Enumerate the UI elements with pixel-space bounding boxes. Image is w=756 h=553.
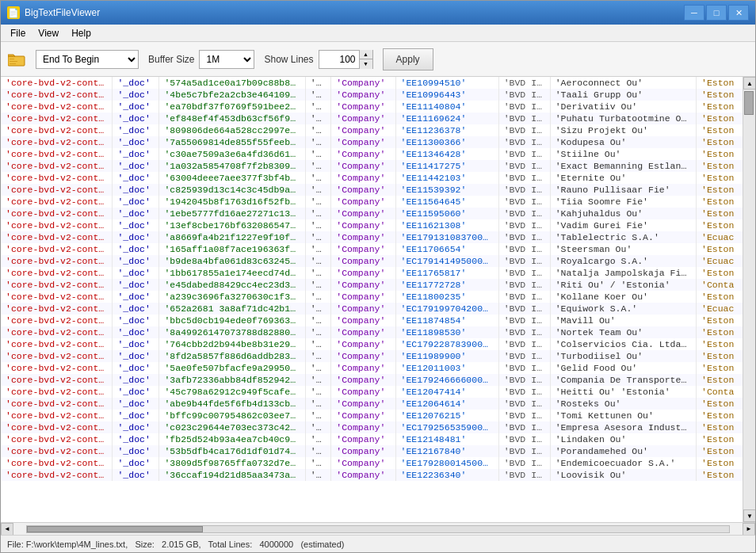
- table-cell: 'EE11539392': [395, 184, 498, 196]
- table-cell: 'BVD ID': [498, 136, 550, 148]
- show-lines-spinner: 100 ▲ ▼: [319, 50, 373, 69]
- table-cell: '_doc': [113, 421, 159, 433]
- table-cell: '1': [305, 315, 331, 326]
- table-cell: 'core-bvd-v2-contactinfo': [1, 124, 113, 136]
- scroll-track[interactable]: [743, 90, 755, 509]
- table-cell: '_doc': [113, 231, 159, 243]
- table-cell: 'a239c3696fa3270630c1f39f8c01dd9e': [159, 291, 305, 303]
- table-row: 'core-bvd-v2-contactinfo''_doc''1ebe5777…: [1, 208, 743, 219]
- spin-down-button[interactable]: ▼: [360, 59, 372, 69]
- table-cell: 'core-bvd-v2-contactinfo': [1, 457, 113, 469]
- table-cell: 'BVD ID': [498, 267, 550, 279]
- scroll-left-arrow[interactable]: ◄: [1, 523, 13, 536]
- table-cell: '7a55069814de855f55feebd2cda1ccd4': [159, 136, 305, 148]
- table-cell: 'Eston: [696, 350, 743, 362]
- table-cell: '1': [305, 457, 331, 469]
- maximize-button[interactable]: □: [706, 5, 727, 21]
- table-cell: 'Rauno Pullisaar Fie': [550, 184, 696, 196]
- table-cell: 'Equiwork S.A.': [550, 303, 696, 315]
- horizontal-scrollbar: ◄ ►: [1, 522, 755, 535]
- table-cell: 'core-bvd-v2-contactinfo': [1, 362, 113, 374]
- show-lines-input[interactable]: 100: [319, 51, 359, 68]
- table-cell: 'Eston: [696, 291, 743, 303]
- table-cell: 'Kodupesa Ou': [550, 136, 696, 148]
- scroll-up-arrow[interactable]: ▲: [743, 77, 755, 90]
- table-cell: 'Company': [331, 219, 395, 231]
- table-cell: '1': [305, 231, 331, 243]
- table-cell: 'Ecuac: [696, 255, 743, 267]
- open-file-icon[interactable]: [7, 51, 26, 67]
- table-cell: 'bbc5d0cb194ede0f7693638d5b8f7a92': [159, 315, 305, 326]
- table-cell: 'EE11898530': [395, 326, 498, 338]
- lines-value: 4000000: [259, 540, 293, 549]
- table-cell: 'BVD ID': [498, 469, 550, 481]
- menu-help[interactable]: Help: [65, 25, 97, 41]
- scroll-thumb[interactable]: [744, 91, 754, 115]
- close-button[interactable]: ✕: [728, 5, 749, 21]
- table-cell: 'core-bvd-v2-contactinfo': [1, 421, 113, 433]
- table-cell: '_doc': [113, 445, 159, 457]
- buffer-size-select[interactable]: 1M 2M 4M 8M 16M: [199, 50, 254, 69]
- table-cell: 'Company': [331, 457, 395, 469]
- table-cell: '63004deee7aee377f3bf4b1d28257b30': [159, 172, 305, 184]
- table-cell: 'core-bvd-v2-contactinfo': [1, 445, 113, 457]
- title-bar: 📄 BigTextFileViewer ─ □ ✕: [1, 1, 755, 25]
- table-cell: 'c30ae7509a3e6a4fd36d615f71ca4942': [159, 148, 305, 160]
- table-row: 'core-bvd-v2-contactinfo''_doc''ea70bdf3…: [1, 101, 743, 113]
- table-cell: 'BVD ID': [498, 291, 550, 303]
- table-cell: 'Eston: [696, 469, 743, 481]
- h-scroll-track[interactable]: [26, 525, 730, 533]
- vertical-scrollbar[interactable]: ▲ ▼: [743, 77, 755, 522]
- table-cell: 'Company': [331, 136, 395, 148]
- table-cell: 'core-bvd-v2-contactinfo': [1, 208, 113, 219]
- scroll-right-arrow[interactable]: ►: [743, 523, 755, 536]
- table-cell: '574a5ad1ce0a17b09c88b8eb5fcf0898': [159, 77, 305, 89]
- table-cell: 'BVD ID': [498, 113, 550, 124]
- table-cell: 'core-bvd-v2-contactinfo': [1, 219, 113, 231]
- table-cell: 'core-bvd-v2-contactinfo': [1, 338, 113, 350]
- h-scroll-thumb[interactable]: [27, 526, 203, 532]
- table-cell: '1': [305, 184, 331, 196]
- table-cell: 'BVD ID': [498, 196, 550, 208]
- table-cell: 'Eston: [696, 172, 743, 184]
- table-cell: 'BVD ID': [498, 208, 550, 219]
- scroll-down-arrow[interactable]: ▼: [743, 509, 755, 522]
- table-cell: 'BVD ID': [498, 243, 550, 255]
- table-cell: 'Eston: [696, 457, 743, 469]
- svg-rect-2: [10, 61, 17, 62]
- menu-view[interactable]: View: [32, 25, 65, 41]
- table-cell: 'Eston: [696, 326, 743, 338]
- table-cell: '1': [305, 469, 331, 481]
- table-cell: 'core-bvd-v2-contactinfo': [1, 315, 113, 326]
- table-cell: 'EE1792800145001': [395, 457, 498, 469]
- table-cell: 'Eston: [696, 208, 743, 219]
- table-cell: 'c825939d13c14c3c45db9a6c2e0ecc23': [159, 184, 305, 196]
- apply-button[interactable]: Apply: [383, 48, 433, 71]
- minimize-button[interactable]: ─: [684, 5, 704, 21]
- table-cell: '1': [305, 160, 331, 172]
- table-cell: 'Exact Bemanning Estland C': [550, 160, 696, 172]
- table-cell: 'BVD ID': [498, 326, 550, 338]
- table-cell: 'EE12011003': [395, 362, 498, 374]
- table-cell: 'Company': [331, 362, 395, 374]
- table-cell: 'fb25d524b93a4ea7cb40c936b4f06390': [159, 433, 305, 445]
- table-cell: 'BVD ID': [498, 303, 550, 315]
- table-row: 'core-bvd-v2-contactinfo''_doc''a8669fa4…: [1, 231, 743, 243]
- table-cell: 'BVD ID': [498, 160, 550, 172]
- table-cell: '_doc': [113, 255, 159, 267]
- direction-select[interactable]: End To Begin Begin To End: [36, 50, 139, 69]
- table-cell: 'EE11595060': [395, 208, 498, 219]
- table-row: 'core-bvd-v2-contactinfo''_doc''1942045b…: [1, 196, 743, 208]
- table-cell: 'EE11169624': [395, 113, 498, 124]
- table-cell: 'Company': [331, 184, 395, 196]
- table-cell: 'Heitti Ou' 'Estonia': [550, 386, 696, 398]
- table-cell: '1': [305, 291, 331, 303]
- spin-up-button[interactable]: ▲: [360, 50, 372, 60]
- table-row: 'core-bvd-v2-contactinfo''_doc''8a499261…: [1, 326, 743, 338]
- table-cell: 'Gelid Food Ou': [550, 362, 696, 374]
- table-cell: '1': [305, 148, 331, 160]
- table-cell: 'EE11706654': [395, 243, 498, 255]
- data-scroll[interactable]: 'core-bvd-v2-contactinfo''_doc''574a5ad1…: [1, 77, 743, 522]
- table-cell: '1': [305, 386, 331, 398]
- menu-file[interactable]: File: [4, 25, 32, 41]
